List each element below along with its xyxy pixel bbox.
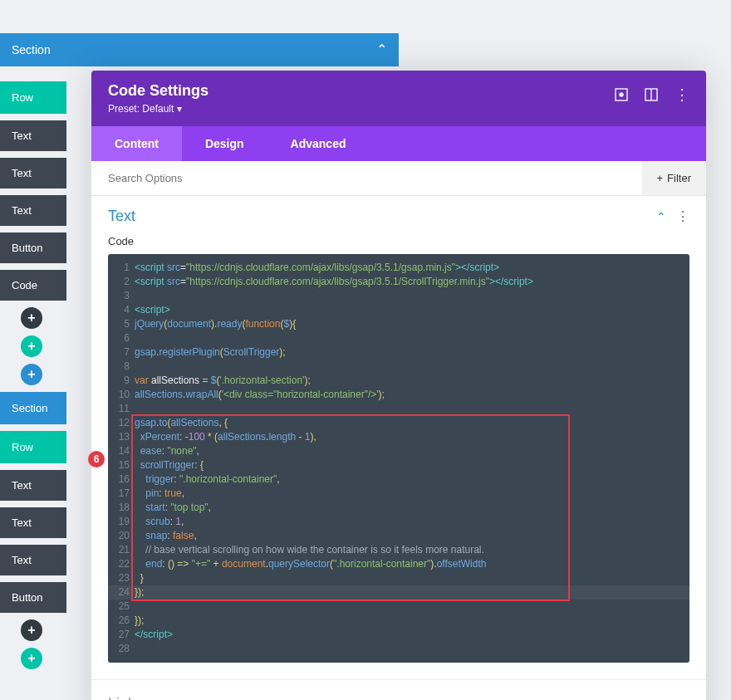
- code-line[interactable]: 6: [108, 331, 689, 345]
- code-line[interactable]: 19 scrub: 1,: [108, 515, 689, 529]
- code-line[interactable]: 2<script src="https://cdnjs.cloudflare.c…: [108, 275, 689, 289]
- section-more-icon[interactable]: ⋮: [676, 208, 689, 224]
- code-line[interactable]: 24});: [108, 585, 689, 600]
- module-button-2[interactable]: Button: [0, 582, 66, 613]
- text-section-header: Text ⌃ ⋮: [91, 196, 706, 232]
- section-header-2[interactable]: Section: [0, 392, 66, 424]
- code-line[interactable]: 1<script src="https://cdnjs.cloudflare.c…: [108, 261, 689, 275]
- more-icon[interactable]: ⋮: [675, 86, 689, 104]
- filter-button[interactable]: + Filter: [642, 161, 706, 195]
- code-line[interactable]: 21 // base vertical scrolling on how wid…: [108, 543, 689, 557]
- module-text-6[interactable]: Text: [0, 545, 66, 575]
- section-header-1[interactable]: Section: [0, 33, 399, 66]
- row-item-1[interactable]: Row: [0, 81, 66, 114]
- svg-point-1: [620, 93, 623, 96]
- module-text-1[interactable]: Text: [0, 120, 66, 151]
- chevron-down-icon[interactable]: ⌄: [679, 698, 689, 701]
- add-row-button-2[interactable]: +: [21, 648, 42, 669]
- split-view-icon[interactable]: [645, 88, 658, 101]
- settings-tabs: Content Design Advanced: [91, 126, 706, 161]
- code-line[interactable]: 18 start: "top top",: [108, 501, 689, 515]
- tab-design[interactable]: Design: [182, 126, 267, 161]
- code-line[interactable]: 3: [108, 289, 689, 303]
- section-label: Section: [12, 43, 51, 56]
- code-line[interactable]: 12gsap.to(allSections, {: [108, 416, 689, 430]
- code-line[interactable]: 28: [108, 642, 689, 656]
- search-bar: + Filter: [91, 161, 706, 196]
- code-line[interactable]: 4<script>: [108, 303, 689, 317]
- code-settings-panel: Code Settings Preset: Default ▾ ⋮ Conten…: [91, 71, 706, 700]
- module-text-5[interactable]: Text: [0, 507, 66, 538]
- code-line[interactable]: 26});: [108, 614, 689, 628]
- add-section-button[interactable]: +: [21, 364, 42, 385]
- code-line[interactable]: 16 trigger: ".horizontal-container",: [108, 472, 689, 487]
- module-text-4[interactable]: Text: [0, 470, 66, 501]
- code-line[interactable]: 9var allSections = $('.horizontal-sectio…: [108, 374, 689, 388]
- code-line[interactable]: 20 snap: false,: [108, 529, 689, 543]
- text-section-title: Text: [108, 208, 135, 225]
- module-button-1[interactable]: Button: [0, 233, 66, 263]
- module-code-1[interactable]: Code: [0, 270, 66, 301]
- tab-content[interactable]: Content: [91, 126, 182, 161]
- code-line[interactable]: 13 xPercent: -100 * (allSections.length …: [108, 430, 689, 444]
- preset-dropdown[interactable]: Preset: Default ▾: [108, 103, 209, 115]
- code-line[interactable]: 22 end: () => "+=" + document.querySelec…: [108, 557, 689, 571]
- module-text-2[interactable]: Text: [0, 158, 66, 188]
- tab-advanced[interactable]: Advanced: [267, 126, 370, 161]
- add-module-button-2[interactable]: +: [21, 619, 42, 641]
- add-row-button[interactable]: +: [21, 335, 42, 357]
- code-line[interactable]: 10allSections.wrapAll('<div class="horiz…: [108, 388, 689, 402]
- code-line[interactable]: 15 scrollTrigger: {: [108, 458, 689, 472]
- link-section[interactable]: Link ⌄: [91, 679, 706, 700]
- step-badge-6: 6: [88, 451, 105, 467]
- module-text-3[interactable]: Text: [0, 195, 66, 226]
- code-line[interactable]: 7gsap.registerPlugin(ScrollTrigger);: [108, 345, 689, 360]
- layers-sidebar: Section Row Text Text Text Button Code +…: [0, 33, 66, 669]
- code-line[interactable]: 5jQuery(document).ready(function($){: [108, 317, 689, 331]
- code-line[interactable]: 23 }: [108, 571, 689, 585]
- code-line[interactable]: 27</script>: [108, 628, 689, 642]
- expand-icon[interactable]: [615, 88, 628, 101]
- panel-header: Code Settings Preset: Default ▾ ⋮: [91, 71, 706, 126]
- code-line[interactable]: 25: [108, 600, 689, 614]
- row-item-2[interactable]: Row: [0, 431, 66, 463]
- add-module-button[interactable]: +: [21, 307, 42, 329]
- link-title: Link: [108, 695, 135, 700]
- code-line[interactable]: 17 pin: true,: [108, 487, 689, 501]
- code-editor[interactable]: 1<script src="https://cdnjs.cloudflare.c…: [108, 254, 689, 663]
- code-line[interactable]: 14 ease: "none",: [108, 444, 689, 458]
- plus-icon: +: [657, 172, 664, 184]
- code-field-label: Code: [91, 232, 706, 254]
- collapse-icon[interactable]: ⌃: [656, 210, 666, 223]
- code-line[interactable]: 8: [108, 360, 689, 374]
- chevron-up-icon[interactable]: [376, 43, 387, 56]
- panel-title: Code Settings: [108, 82, 209, 100]
- search-input[interactable]: [91, 161, 642, 195]
- code-line[interactable]: 11: [108, 402, 689, 416]
